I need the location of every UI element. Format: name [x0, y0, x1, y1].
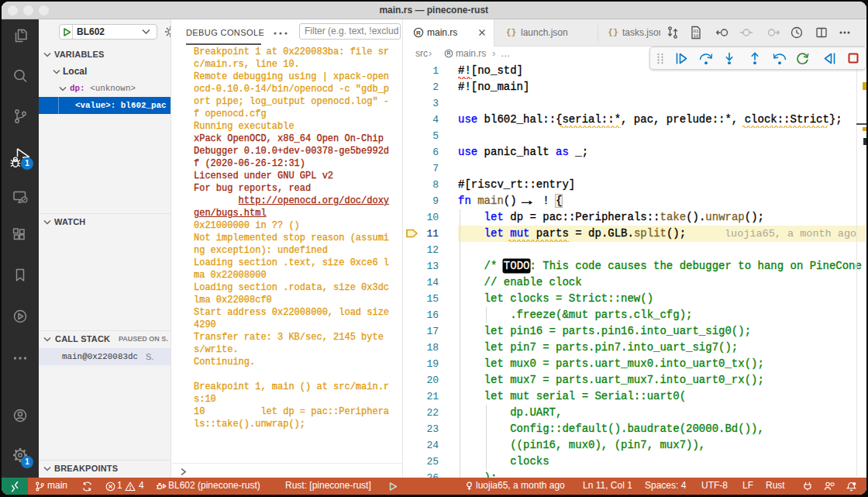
svg-text:R: R — [416, 29, 421, 36]
svg-text:10: 10 — [693, 33, 699, 38]
svg-text:R: R — [447, 50, 451, 56]
